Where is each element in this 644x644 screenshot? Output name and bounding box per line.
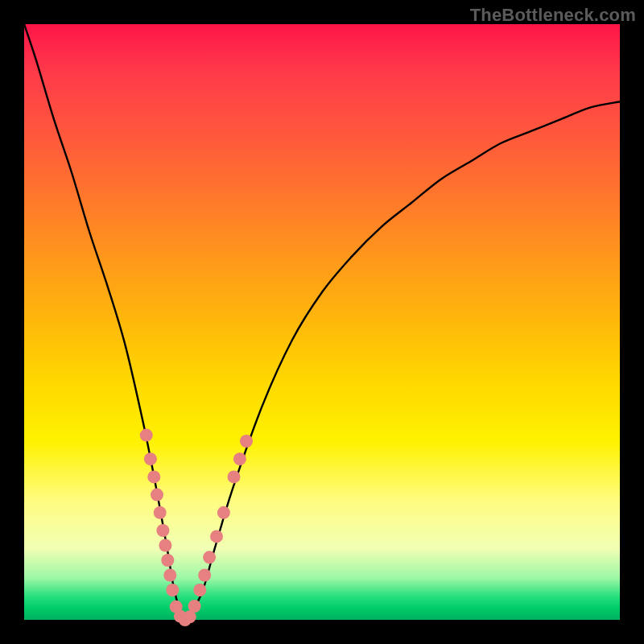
chart-frame: TheBottleneck.com xyxy=(0,0,644,644)
data-marker xyxy=(228,470,241,483)
data-marker xyxy=(161,554,174,567)
data-marker xyxy=(203,551,216,564)
watermark-text: TheBottleneck.com xyxy=(470,5,636,26)
data-marker xyxy=(156,524,169,537)
bottleneck-curve xyxy=(24,24,620,620)
data-marker xyxy=(147,470,160,483)
data-marker xyxy=(163,569,176,582)
data-marker xyxy=(188,600,201,613)
data-marker xyxy=(193,584,206,597)
plot-area xyxy=(24,24,620,620)
data-marker xyxy=(140,429,153,442)
data-marker xyxy=(159,539,171,552)
data-marker xyxy=(198,569,211,582)
data-marker xyxy=(154,506,167,519)
data-marker xyxy=(166,584,179,597)
data-marker xyxy=(144,452,157,465)
data-marker xyxy=(233,452,246,465)
data-marker xyxy=(240,435,253,448)
markers-group xyxy=(140,429,253,626)
data-marker xyxy=(210,530,223,543)
data-marker xyxy=(217,506,230,519)
curve-svg xyxy=(24,24,620,620)
data-marker xyxy=(151,489,163,502)
